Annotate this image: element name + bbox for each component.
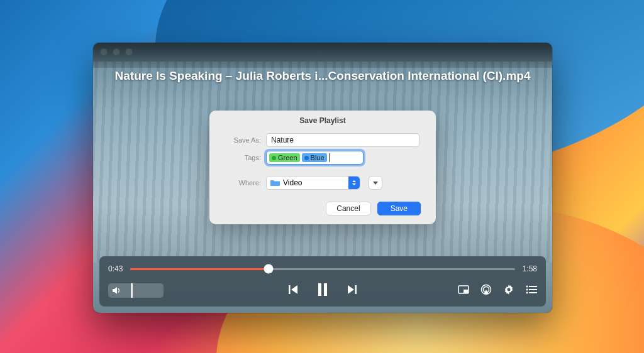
save-as-value: Nature bbox=[271, 136, 294, 144]
dialog-title: Save Playlist bbox=[209, 111, 436, 131]
volume-slider[interactable] bbox=[108, 283, 164, 298]
pause-button[interactable] bbox=[316, 283, 329, 296]
save-playlist-dialog: Save Playlist Save As: Nature Tags: Gree… bbox=[209, 111, 436, 224]
progress-thumb[interactable] bbox=[264, 264, 274, 274]
svg-rect-9 bbox=[529, 286, 537, 287]
video-player-window: Nature Is Speaking – Julia Roberts i...C… bbox=[93, 43, 552, 313]
svg-point-12 bbox=[526, 292, 528, 294]
svg-rect-0 bbox=[289, 285, 291, 294]
progress-fill bbox=[130, 268, 269, 270]
svg-point-10 bbox=[526, 289, 528, 291]
save-button[interactable]: Save bbox=[377, 202, 421, 215]
tag-blue[interactable]: Blue bbox=[302, 153, 327, 162]
settings-button[interactable] bbox=[503, 284, 514, 295]
cancel-button[interactable]: Cancel bbox=[326, 202, 370, 215]
remaining-time: 1:58 bbox=[523, 264, 537, 273]
next-button[interactable] bbox=[347, 284, 358, 295]
save-as-row: Save As: Nature bbox=[209, 131, 436, 149]
where-select[interactable]: Video bbox=[266, 176, 360, 190]
save-as-input[interactable]: Nature bbox=[266, 133, 419, 147]
elapsed-time: 0:43 bbox=[108, 264, 123, 273]
zoom-window-button[interactable] bbox=[125, 48, 133, 56]
svg-rect-5 bbox=[464, 290, 468, 293]
progress-row: 0:43 1:58 bbox=[99, 256, 546, 273]
tags-row: Tags: Green Blue bbox=[209, 149, 436, 166]
pip-button[interactable] bbox=[458, 285, 469, 295]
volume-thumb[interactable] bbox=[131, 283, 133, 298]
svg-rect-3 bbox=[355, 285, 357, 294]
dialog-button-row: Cancel Save bbox=[209, 192, 436, 217]
folder-icon bbox=[270, 179, 280, 187]
button-row bbox=[99, 273, 546, 298]
transport-controls bbox=[287, 275, 358, 296]
playlist-button[interactable] bbox=[526, 285, 537, 294]
previous-button[interactable] bbox=[287, 284, 299, 295]
playback-controls: 0:43 1:58 bbox=[99, 256, 546, 307]
tags-input[interactable]: Green Blue bbox=[266, 151, 364, 165]
svg-rect-2 bbox=[324, 283, 327, 296]
text-cursor bbox=[329, 153, 330, 162]
svg-rect-1 bbox=[318, 283, 321, 296]
save-as-label: Save As: bbox=[226, 136, 261, 144]
where-label: Where: bbox=[226, 179, 261, 187]
tag-dot-icon bbox=[272, 156, 276, 160]
svg-rect-13 bbox=[529, 292, 537, 293]
window-controls bbox=[100, 48, 133, 56]
expand-dialog-button[interactable] bbox=[369, 176, 382, 190]
minimize-window-button[interactable] bbox=[113, 48, 120, 56]
tag-dot-icon bbox=[304, 156, 309, 160]
airplay-button[interactable] bbox=[480, 284, 492, 295]
video-title: Nature Is Speaking – Julia Roberts i...C… bbox=[93, 69, 552, 83]
where-value: Video bbox=[283, 178, 302, 187]
where-row: Where: Video bbox=[209, 174, 436, 192]
progress-slider[interactable] bbox=[130, 268, 514, 270]
volume-track[interactable] bbox=[125, 283, 160, 298]
svg-point-8 bbox=[526, 286, 528, 288]
right-controls bbox=[458, 276, 537, 295]
select-arrows-icon bbox=[348, 176, 360, 189]
volume-icon bbox=[112, 286, 121, 295]
tag-green[interactable]: Green bbox=[269, 153, 300, 162]
svg-rect-11 bbox=[529, 289, 537, 290]
tags-label: Tags: bbox=[226, 154, 261, 161]
close-window-button[interactable] bbox=[100, 48, 108, 56]
